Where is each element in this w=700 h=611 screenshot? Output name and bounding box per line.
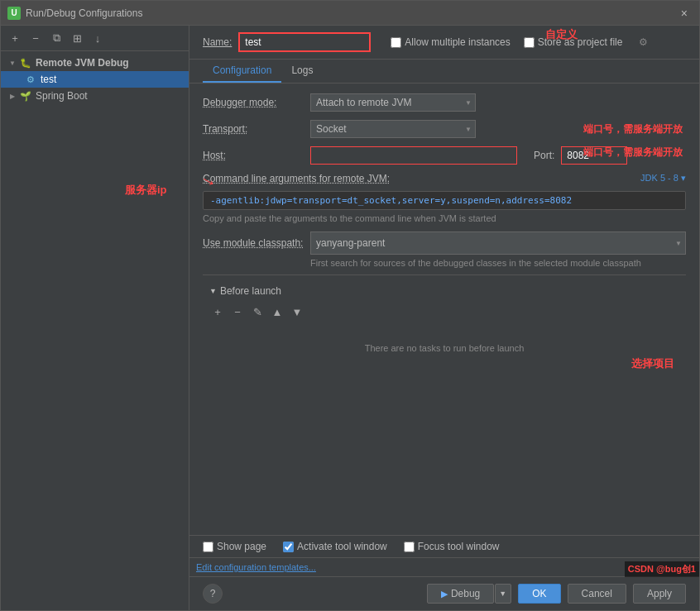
store-as-project-checkbox[interactable]: [524, 37, 535, 48]
activate-tool-checkbox[interactable]: [283, 542, 294, 552]
debugger-mode-row: Debugger mode: Attach to remote JVM List…: [203, 93, 686, 112]
port-label: Port:: [534, 150, 554, 161]
cancel-button[interactable]: Cancel: [568, 584, 626, 604]
sidebar-item-test[interactable]: ⚙ test: [1, 71, 189, 88]
debugger-mode-select-wrapper: Attach to remote JVM Listen to remote JV…: [310, 93, 476, 112]
debug-dropdown-icon: ▼: [499, 590, 506, 598]
focus-tool-checkbox[interactable]: [404, 542, 415, 552]
focus-tool-label[interactable]: Focus tool window: [404, 541, 500, 552]
host-label: Host:: [203, 150, 310, 161]
dialog-title: Run/Debug Configurations: [26, 7, 676, 19]
allow-multiple-label[interactable]: Allow multiple instances: [391, 36, 510, 48]
bl-down-button[interactable]: ▼: [289, 303, 305, 320]
cmd-args-section: Command line arguments for remote JVM: J…: [203, 173, 686, 223]
module-select[interactable]: yanyang-parent: [310, 232, 686, 255]
before-launch-header[interactable]: ▼ Before launch: [203, 282, 686, 300]
sidebar-label-remote-jvm: Remote JVM Debug: [36, 57, 129, 69]
bl-up-button[interactable]: ▲: [269, 303, 285, 320]
show-page-label[interactable]: Show page: [203, 541, 266, 552]
debug-dropdown-button[interactable]: ▼: [495, 584, 511, 604]
config-icon: ⚙: [24, 73, 37, 86]
title-bar: U Run/Debug Configurations ×: [1, 1, 699, 26]
bug-icon: 🐛: [19, 56, 32, 69]
sidebar-toolbar: + − ⧉ ⊞ ↓: [1, 26, 189, 51]
transport-select[interactable]: Socket Shared memory: [310, 120, 476, 138]
module-row: Use module classpath: yanyang-parent: [203, 232, 686, 255]
tab-configuration[interactable]: Configuration: [203, 60, 281, 83]
bl-edit-button[interactable]: ✎: [249, 303, 266, 320]
host-port-row: Host: Port: 服务器ip: [203, 146, 686, 165]
edit-link-row: Edit configuration templates...: [189, 557, 699, 576]
sidebar-item-spring-boot[interactable]: ▶ 🌱 Spring Boot: [1, 88, 189, 104]
tree-arrow-remote-jvm: ▼: [7, 58, 17, 68]
config-panel: Debugger mode: Attach to remote JVM List…: [189, 84, 699, 535]
add-config-button[interactable]: +: [6, 29, 24, 47]
collapse-arrow-icon: ▼: [209, 287, 217, 295]
allow-multiple-checkbox[interactable]: [391, 37, 401, 48]
before-launch-empty-area: There are no tasks to run before launch: [203, 323, 686, 373]
footer: ? ▶ Debug ▼ OK Cancel Apply: [189, 576, 699, 610]
debug-button-group: ▶ Debug ▼: [427, 584, 511, 604]
jdk-link[interactable]: JDK 5 - 8 ▾: [640, 173, 686, 184]
port-input[interactable]: [561, 146, 627, 165]
debugger-mode-label: Debugger mode:: [203, 97, 310, 108]
ok-button[interactable]: OK: [518, 584, 560, 604]
settings-gear-icon[interactable]: ⚙: [639, 36, 648, 48]
transport-row: Transport: Socket Shared memory 端口号，需服务端…: [203, 120, 686, 138]
jdk-area: Command line arguments for remote JVM: J…: [203, 173, 686, 188]
sidebar-label-test: test: [41, 74, 56, 85]
before-launch-label: Before launch: [220, 285, 281, 297]
sidebar-item-remote-jvm[interactable]: ▼ 🐛 Remote JVM Debug: [1, 55, 189, 71]
name-label: Name:: [203, 36, 232, 48]
copy-config-button[interactable]: ⧉: [47, 29, 65, 47]
port-annotation: 端口号，需服务端开放: [583, 122, 683, 136]
tab-logs[interactable]: Logs: [281, 60, 323, 83]
module-label: Use module classpath:: [203, 237, 310, 249]
remove-config-button[interactable]: −: [26, 29, 45, 47]
debug-button[interactable]: ▶ Debug: [427, 584, 494, 604]
tree-arrow-springboot: ▶: [7, 91, 17, 101]
cmd-hint: Copy and paste the arguments to the comm…: [203, 213, 686, 223]
transport-select-wrapper: Socket Shared memory: [310, 120, 476, 138]
apply-button[interactable]: Apply: [633, 584, 686, 604]
before-launch-tools: + − ✎ ▲ ▼: [203, 300, 686, 323]
right-panel: Name: Allow multiple instances Store as …: [189, 26, 699, 610]
debug-icon: ▶: [441, 589, 448, 599]
tabs: Configuration Logs: [189, 60, 699, 84]
cmd-args-value: -agentlib:jdwp=transport=dt_socket,serve…: [203, 191, 686, 210]
bl-remove-button[interactable]: −: [229, 303, 246, 320]
cmd-args-label: Command line arguments for remote JVM:: [203, 173, 390, 184]
springboot-icon: 🌱: [19, 89, 32, 103]
checkbox-group: Allow multiple instances Store as projec…: [391, 36, 648, 48]
debug-label: Debug: [451, 588, 480, 599]
module-select-wrapper: yanyang-parent: [310, 232, 686, 255]
sidebar-tree: ▼ 🐛 Remote JVM Debug ⚙ test ▶ 🌱 Spring B…: [1, 51, 189, 610]
sidebar: + − ⧉ ⊞ ↓ ▼ 🐛 Remote JVM Debug ⚙ test: [1, 26, 189, 610]
activate-tool-label[interactable]: Activate tool window: [283, 541, 387, 552]
debugger-mode-select[interactable]: Attach to remote JVM Listen to remote JV…: [310, 93, 476, 112]
watermark: CSDN @bug创1: [625, 561, 699, 577]
move-config-button[interactable]: ⊞: [68, 29, 86, 47]
run-debug-dialog: U Run/Debug Configurations × + − ⧉ ⊞ ↓ ▼…: [0, 0, 700, 611]
transport-label: Transport:: [203, 123, 310, 135]
module-hint: First search for sources of the debugged…: [310, 258, 686, 268]
host-input[interactable]: [310, 146, 517, 165]
edit-templates-link[interactable]: Edit configuration templates...: [196, 562, 316, 572]
name-input[interactable]: [238, 32, 371, 52]
help-button[interactable]: ?: [203, 584, 223, 604]
before-launch-empty-text: There are no tasks to run before launch: [348, 327, 541, 370]
custom-annotation: 自定义: [545, 27, 578, 42]
sort-config-button[interactable]: ↓: [89, 29, 107, 47]
bottom-checks: Show page Activate tool window Focus too…: [189, 535, 699, 557]
main-content: + − ⧉ ⊞ ↓ ▼ 🐛 Remote JVM Debug ⚙ test: [1, 26, 699, 610]
sidebar-label-springboot: Spring Boot: [36, 90, 88, 102]
name-row: Name: Allow multiple instances Store as …: [189, 26, 699, 60]
before-launch-section: ▼ Before launch + − ✎ ▲ ▼ There are no t…: [203, 274, 686, 379]
show-page-checkbox[interactable]: [203, 542, 213, 552]
close-button[interactable]: ×: [676, 5, 693, 21]
bl-add-button[interactable]: +: [209, 303, 226, 320]
app-icon: U: [7, 7, 21, 20]
